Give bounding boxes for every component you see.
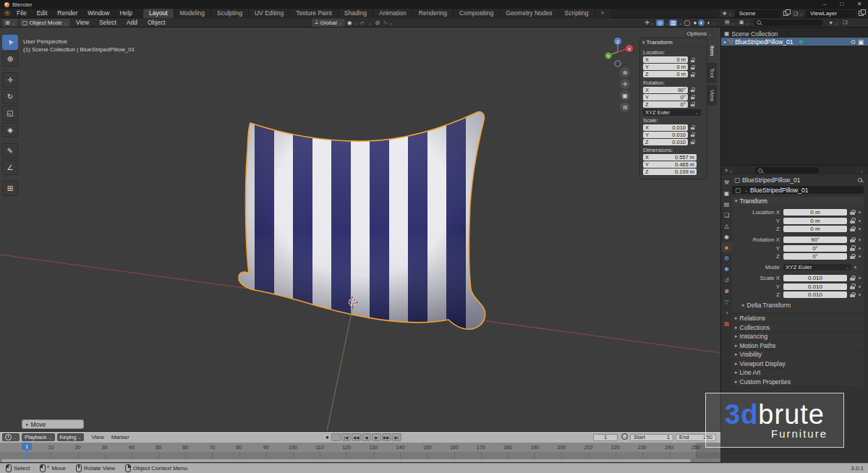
viewport-menu-select[interactable]: Select [94, 18, 122, 27]
new-scene-icon[interactable] [783, 11, 788, 16]
toolbar-rotate[interactable]: ↻ [2, 89, 18, 104]
pin-icon[interactable] [858, 178, 862, 182]
animate-dot-icon[interactable] [859, 277, 861, 279]
toolbar-select-box[interactable]: ➤ [2, 35, 18, 50]
panel-collections[interactable]: ▸Collections [732, 323, 864, 331]
jump-to-end-button[interactable]: ▶| [392, 433, 401, 441]
scrollbar-thumb[interactable] [1, 459, 691, 462]
npanel-field-rotation-y[interactable]: Y0° [643, 94, 707, 101]
playhead-frame-label[interactable]: 1 [22, 443, 32, 450]
properties-tab-modifiers[interactable]: ⚙ [721, 253, 732, 263]
keying-dropdown[interactable]: Keying⌄ [57, 433, 85, 441]
frame-start-field[interactable]: Start1 [630, 434, 673, 441]
lock-icon[interactable] [691, 125, 695, 129]
properties-tab-tool[interactable]: ⚒ [721, 177, 732, 187]
npanel-field-scale-z[interactable]: Z0.010 [643, 139, 707, 146]
viewport-menu-view[interactable]: View [71, 18, 94, 27]
lock-icon[interactable] [850, 226, 856, 232]
animate-dot-icon[interactable] [859, 220, 861, 222]
lock-icon[interactable] [850, 237, 856, 243]
npanel-field-scale-y[interactable]: Y0.010 [643, 132, 707, 139]
lock-icon[interactable] [850, 276, 856, 281]
scene-selector[interactable]: Scene [736, 10, 780, 17]
workspace-tab-geometry-nodes[interactable]: Geometry Nodes [500, 9, 558, 18]
rotation-mode-dropdown[interactable]: XYZ Euler⌄ [643, 109, 701, 116]
properties-tab-view-layer[interactable]: ❏ [721, 210, 732, 220]
toolbar-transform[interactable]: ◈ [2, 122, 18, 137]
use-preview-range-clock-icon[interactable] [621, 433, 628, 441]
animate-dot-icon[interactable] [859, 228, 861, 230]
lock-icon[interactable] [850, 245, 856, 251]
workspace-tab-modeling[interactable]: Modeling [174, 9, 212, 18]
pan-hand-icon[interactable]: ✛ [620, 79, 630, 89]
properties-search-input[interactable] [755, 167, 819, 174]
scene-icon[interactable]: ❖⌄ [720, 10, 733, 17]
value-field[interactable]: 0 m [783, 226, 847, 232]
transform-panel-header[interactable]: ▾Transform [732, 197, 864, 205]
lock-icon[interactable] [691, 65, 695, 69]
navigation-gizmo[interactable]: Z X Y [602, 36, 635, 69]
value-field[interactable]: 0 m [783, 209, 847, 216]
animate-dot-icon[interactable] [859, 211, 861, 213]
properties-tab-output[interactable]: ▤ [721, 199, 732, 209]
animate-dot-icon[interactable] [859, 239, 861, 241]
object-name-field[interactable]: ▢⌄ BlueStripedPillow_01 [732, 186, 864, 194]
blender-menu-icon[interactable]: ⦿ [3, 10, 12, 17]
npanel-field-scale-x[interactable]: X0.010 [643, 124, 707, 132]
npanel-field-rotation-x[interactable]: X90° [643, 87, 707, 94]
proportional-editing-icon[interactable]: ⊙ [374, 20, 382, 26]
timeline-track-area[interactable] [0, 452, 720, 459]
panel-motion-paths[interactable]: ▸Motion Paths [732, 341, 864, 349]
npanel-field-dimensions-x[interactable]: X0.557 m [643, 154, 707, 161]
outliner-row-scene-collection[interactable]: ▣ Scene Collection [721, 30, 868, 38]
proportional-falloff-icon[interactable]: ∿⌄ [381, 20, 394, 26]
auto-keying-toggle[interactable] [331, 433, 341, 441]
workspace-tab-shading[interactable]: Shading [339, 9, 373, 18]
pillow-object[interactable] [239, 112, 485, 330]
workspace-tab-rendering[interactable]: Rendering [413, 9, 454, 18]
camera-view-icon[interactable]: ▣ [620, 90, 630, 101]
outliner-display-mode-icon[interactable]: ▤⌄ [723, 19, 737, 26]
npanel-tab-tool[interactable]: Tool [707, 63, 717, 83]
timeline-scrollbar[interactable] [0, 459, 720, 462]
outliner-filter-icon[interactable]: ▼⌄ [826, 19, 841, 26]
animate-dot-icon[interactable] [859, 247, 861, 250]
properties-tab-material[interactable]: ◑ [721, 307, 732, 318]
outliner-search-input[interactable] [754, 20, 823, 26]
lock-icon[interactable] [691, 132, 695, 137]
perspective-toggle-icon[interactable]: ⊞ [620, 102, 630, 112]
lock-icon[interactable] [691, 88, 695, 92]
new-view-layer-icon[interactable] [859, 11, 864, 16]
panel-viewport-display[interactable]: ▸Viewport Display [732, 359, 864, 367]
workspace-tab-add[interactable]: + [595, 9, 611, 18]
viewport-menu-object[interactable]: Object [142, 18, 171, 27]
value-field[interactable]: 0 m [783, 218, 847, 224]
properties-tab-particles[interactable]: ✱ [721, 264, 732, 274]
lock-icon[interactable] [850, 218, 856, 223]
panel-visibility[interactable]: ▸Visibility [732, 351, 864, 359]
workspace-tab-sculpting[interactable]: Sculpting [211, 9, 249, 18]
lock-icon[interactable] [850, 292, 856, 298]
workspace-tab-compositing[interactable]: Compositing [454, 9, 500, 18]
properties-tab-constraints[interactable]: ⊗ [721, 286, 732, 296]
npanel-field-location-x[interactable]: X0 m [643, 56, 707, 64]
lock-icon[interactable] [691, 102, 695, 106]
close-button[interactable]: ✕ [851, 0, 868, 9]
menu-edit[interactable]: Edit [32, 9, 53, 18]
lock-icon[interactable] [691, 58, 695, 62]
npanel-field-rotation-z[interactable]: Z0° [643, 101, 707, 108]
record-icon[interactable]: ● [326, 434, 329, 440]
value-field[interactable]: 0.010 [783, 291, 847, 298]
animate-dot-icon[interactable] [859, 286, 861, 288]
menu-help[interactable]: Help [114, 9, 137, 18]
workspace-tab-uv-editing[interactable]: UV Editing [249, 9, 290, 18]
expand-arrow-icon[interactable]: ▸ [724, 39, 726, 44]
toolbar-move[interactable]: ✛ [2, 72, 18, 88]
value-field[interactable]: 0.010 [783, 275, 847, 281]
properties-tab-scene[interactable]: △ [721, 221, 732, 231]
playback-dropdown[interactable]: Playback⌄ [22, 433, 54, 441]
toolbar-scale[interactable]: ◱ [2, 106, 18, 121]
toolbar-measure[interactable]: ∠ [2, 160, 18, 175]
mode-dropdown[interactable]: XYZ Euler⌄ [783, 264, 851, 270]
animate-dot-icon[interactable] [854, 266, 856, 268]
